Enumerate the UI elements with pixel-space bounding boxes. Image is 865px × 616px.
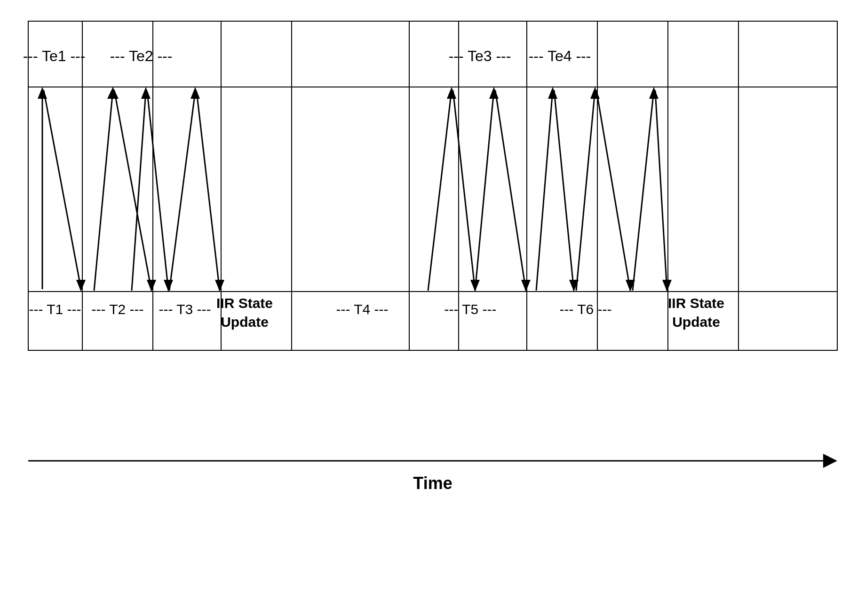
svg-line-13 (114, 90, 151, 291)
svg-line-39 (536, 90, 553, 291)
svg-line-49 (655, 90, 667, 291)
svg-marker-36 (489, 87, 499, 99)
svg-marker-10 (76, 280, 86, 292)
te1-label: --- Te1 --- (23, 47, 86, 64)
svg-line-47 (633, 90, 654, 291)
svg-line-31 (428, 90, 452, 291)
svg-line-19 (169, 92, 195, 291)
t2-label: --- T2 --- (91, 301, 143, 317)
svg-marker-14 (147, 280, 156, 292)
svg-line-33 (453, 90, 475, 291)
svg-marker-38 (521, 280, 531, 292)
t6-label: --- T6 --- (559, 301, 611, 317)
svg-marker-22 (215, 280, 224, 292)
svg-marker-52 (823, 454, 837, 468)
svg-line-43 (576, 90, 595, 291)
svg-line-35 (475, 90, 494, 291)
svg-line-45 (596, 90, 630, 291)
te2-label: --- Te2 --- (110, 47, 173, 64)
svg-line-17 (147, 92, 168, 291)
t3-label: --- T3 --- (159, 301, 211, 317)
te4-label: --- Te4 --- (529, 47, 591, 64)
time-label: Time (413, 474, 452, 493)
iir-state-update-1b: Update (221, 314, 269, 330)
svg-marker-20 (190, 87, 200, 99)
svg-marker-48 (649, 87, 659, 99)
svg-line-37 (495, 90, 526, 291)
svg-marker-40 (548, 87, 557, 99)
iir-state-update-2: IIR State (668, 295, 724, 311)
svg-marker-50 (662, 280, 672, 292)
svg-marker-12 (107, 87, 119, 99)
svg-line-41 (554, 90, 574, 291)
t4-label: --- T4 --- (336, 301, 388, 317)
iir-state-update-1: IIR State (216, 295, 273, 311)
svg-marker-32 (447, 87, 456, 99)
te3-label: --- Te3 --- (449, 47, 511, 64)
svg-line-15 (132, 92, 146, 291)
t5-label: --- T5 --- (444, 301, 496, 317)
svg-marker-44 (590, 87, 600, 99)
svg-line-11 (94, 90, 113, 291)
main-container: --- Te1 --- --- Te2 --- --- T1 --- --- T… (0, 0, 865, 616)
svg-marker-16 (141, 87, 151, 99)
iir-state-update-2b: Update (672, 314, 720, 330)
t1-label: --- T1 --- (29, 301, 81, 317)
svg-line-21 (197, 92, 220, 291)
svg-line-9 (44, 90, 81, 288)
svg-marker-18 (164, 280, 173, 292)
